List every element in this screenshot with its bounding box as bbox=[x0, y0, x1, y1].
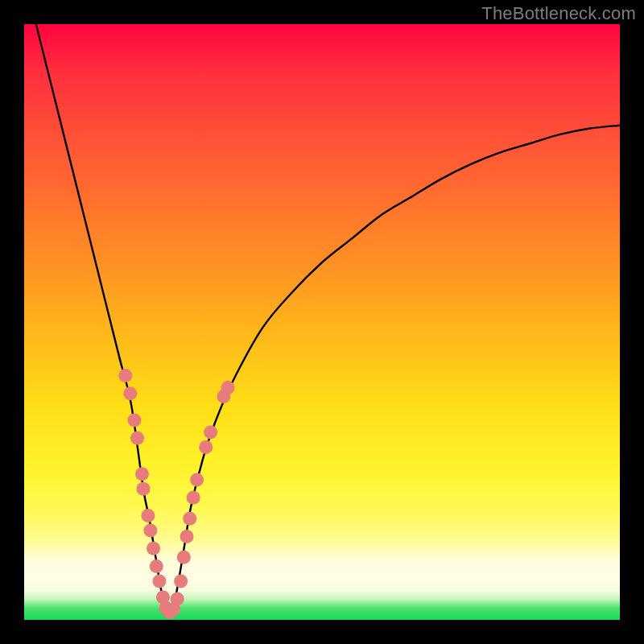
plot-area bbox=[24, 24, 620, 620]
sample-dot bbox=[199, 440, 213, 454]
sample-dot bbox=[183, 512, 196, 526]
sample-dot bbox=[137, 482, 151, 496]
sample-dot bbox=[118, 369, 132, 382]
sample-dot bbox=[127, 414, 141, 427]
sample-dot bbox=[141, 509, 155, 522]
bottleneck-curve bbox=[36, 24, 620, 615]
chart-frame: TheBottleneck.com bbox=[0, 0, 644, 644]
sample-dot bbox=[187, 491, 200, 505]
chart-svg bbox=[24, 24, 620, 620]
sample-dot bbox=[147, 542, 160, 555]
sample-dot bbox=[221, 381, 235, 394]
sample-dot bbox=[190, 473, 204, 487]
sample-dot bbox=[177, 551, 191, 564]
sample-dots bbox=[118, 369, 234, 619]
sample-dot bbox=[143, 524, 157, 538]
sample-dot bbox=[180, 530, 194, 543]
sample-dot bbox=[174, 574, 188, 588]
sample-dot bbox=[171, 592, 184, 606]
sample-dot bbox=[150, 559, 163, 573]
sample-dot bbox=[135, 467, 149, 481]
sample-dot bbox=[123, 386, 137, 400]
sample-dot bbox=[130, 431, 144, 445]
watermark-text: TheBottleneck.com bbox=[481, 3, 636, 24]
sample-dot bbox=[152, 574, 166, 588]
sample-dot bbox=[204, 425, 217, 439]
